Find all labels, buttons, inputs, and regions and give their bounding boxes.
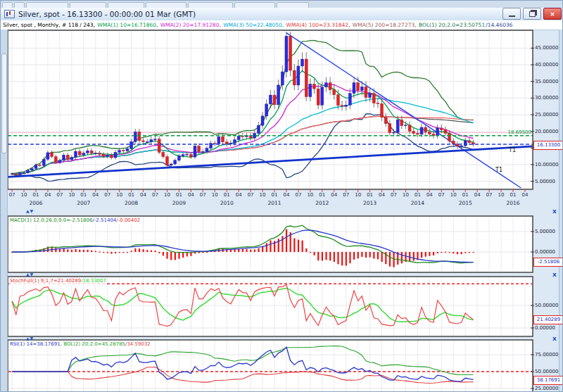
stoch-panel-close[interactable]: x xyxy=(552,272,557,277)
candle xyxy=(293,70,296,85)
macd-histogram-bar xyxy=(95,251,96,252)
legend-segment: /-2.51404 xyxy=(92,217,116,223)
stoch-collapse-arrows[interactable]: ▲▼ xyxy=(26,272,34,277)
candle xyxy=(70,158,73,160)
candle xyxy=(237,136,240,139)
rsi-plot-bg xyxy=(8,340,533,392)
x-year-label: 2011 xyxy=(263,200,286,206)
macd-collapse-arrows[interactable]: ▲▼ xyxy=(26,208,34,213)
macd-histogram-bar xyxy=(322,252,323,260)
legend-segment: MACD(1) 12.0;26.0;9.0=-2.51806 xyxy=(10,217,92,223)
macd-histogram-bar xyxy=(317,252,319,260)
main-plot-bg xyxy=(8,30,533,189)
macd-histogram-bar xyxy=(266,243,267,252)
candle xyxy=(369,94,372,98)
x-year-label: 2006 xyxy=(25,200,47,206)
macd-histogram-bar xyxy=(413,252,415,261)
candle xyxy=(297,66,300,85)
candle xyxy=(412,132,415,134)
candle xyxy=(393,132,396,133)
candle xyxy=(281,72,284,85)
candle xyxy=(63,155,65,160)
macd-histogram-bar xyxy=(71,250,72,252)
macd-histogram-bar xyxy=(139,248,140,252)
candle xyxy=(468,141,471,143)
macd-histogram-bar xyxy=(433,252,434,255)
candle xyxy=(27,170,30,172)
macd-histogram-bar xyxy=(298,240,299,252)
candle xyxy=(194,146,196,157)
candle xyxy=(420,127,423,134)
candle xyxy=(321,87,324,106)
macd-histogram-bar xyxy=(437,252,438,253)
candle xyxy=(460,146,463,146)
candle xyxy=(142,141,145,141)
macd-histogram-bar xyxy=(79,250,80,252)
candle xyxy=(198,146,201,151)
macd-histogram-bar xyxy=(178,252,179,259)
candle xyxy=(118,151,121,153)
candle xyxy=(428,132,431,134)
candle xyxy=(388,124,391,133)
macd-histogram-bar xyxy=(421,252,422,258)
candle xyxy=(317,89,320,105)
macd-value-box: -2.51806 xyxy=(533,258,563,267)
left-scrollbar-thumb[interactable] xyxy=(1,53,7,153)
candle xyxy=(54,157,57,163)
candle xyxy=(122,151,125,151)
candle xyxy=(440,128,443,130)
rsi-collapse-arrows[interactable]: ▲▼ xyxy=(26,336,34,341)
macd-histogram-bar xyxy=(55,248,56,252)
macd-histogram-bar xyxy=(119,252,120,253)
candle xyxy=(452,141,455,144)
candle xyxy=(400,120,403,126)
macd-histogram-bar xyxy=(429,252,430,256)
macd-histogram-bar xyxy=(305,248,307,252)
macd-histogram-bar xyxy=(170,252,172,260)
candle xyxy=(186,154,189,155)
candle xyxy=(182,155,184,156)
macd-histogram-bar xyxy=(349,252,350,263)
candle xyxy=(345,105,348,106)
candle xyxy=(82,153,85,155)
trendline-label-asc: T1 xyxy=(509,147,516,153)
rsi-panel-close[interactable]: x xyxy=(552,336,557,341)
candle xyxy=(261,116,264,125)
macd-histogram-bar xyxy=(131,251,132,252)
macd-histogram-bar xyxy=(127,252,128,253)
macd-histogram-bar xyxy=(337,252,339,264)
legend-segment: StochFull(1) 9;1;7=21.40289 xyxy=(10,278,81,284)
macd-histogram-bar xyxy=(453,252,454,253)
macd-histogram-bar xyxy=(381,252,383,262)
candle xyxy=(277,85,280,105)
candle xyxy=(66,155,69,160)
macd-panel-close[interactable]: x xyxy=(552,208,557,214)
macd-histogram-bar xyxy=(99,252,100,253)
price-level-label: 18.69500 xyxy=(489,129,531,135)
candle xyxy=(90,151,93,153)
candle xyxy=(170,164,172,165)
candle xyxy=(106,155,109,156)
candle xyxy=(51,153,53,157)
macd-histogram-bar xyxy=(206,252,208,253)
legend-segment: /-0.00402 xyxy=(116,217,140,223)
left-scrollbar[interactable] xyxy=(1,30,8,392)
macd-histogram-bar xyxy=(329,252,331,260)
candle xyxy=(313,84,316,89)
candle xyxy=(289,36,292,70)
macd-histogram-bar xyxy=(87,250,88,252)
macd-histogram-bar xyxy=(365,252,367,258)
legend-segment: BOL(2) 20;2.0=45.28785 xyxy=(63,341,125,347)
candle xyxy=(110,155,113,158)
x-year-label: 2007 xyxy=(72,200,95,206)
candle xyxy=(126,148,129,151)
macd-histogram-bar xyxy=(115,252,116,253)
candle xyxy=(377,103,379,103)
macd-histogram-bar xyxy=(238,249,239,252)
candle xyxy=(222,137,224,142)
candle xyxy=(265,104,268,116)
candle xyxy=(384,118,387,124)
macd-histogram-bar xyxy=(250,250,251,252)
candle xyxy=(234,139,236,143)
candle xyxy=(464,141,467,146)
